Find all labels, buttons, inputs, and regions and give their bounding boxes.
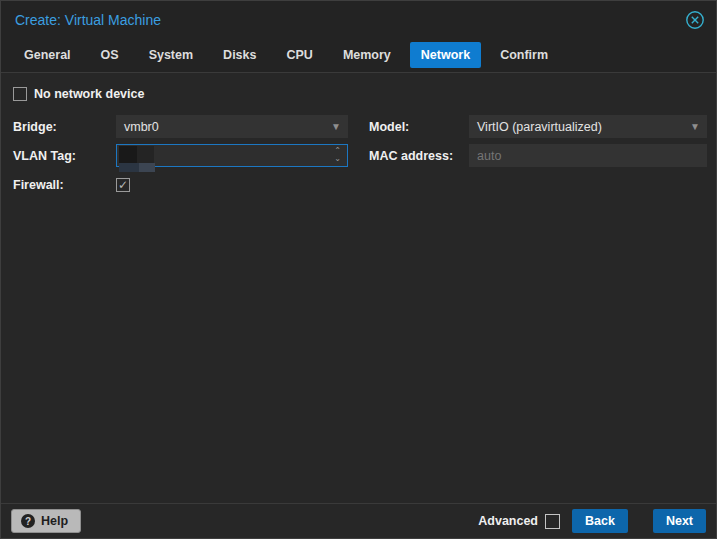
model-row: Model: VirtIO (paravirtualized) ▼ — [357, 115, 716, 138]
tab-memory[interactable]: Memory — [332, 42, 402, 68]
mac-address-input[interactable] — [477, 149, 699, 163]
bridge-row: Bridge: vmbr0 ▼ — [1, 115, 357, 138]
vlan-tag-row: VLAN Tag: ⌃ ⌄ — [1, 144, 357, 167]
model-combobox[interactable]: VirtIO (paravirtualized) ▼ — [469, 115, 707, 138]
next-button[interactable]: Next — [653, 509, 706, 533]
firewall-row: Firewall: — [1, 173, 357, 196]
no-network-device-row: No network device — [13, 85, 716, 103]
chevron-down-icon[interactable]: ▼ — [690, 122, 700, 132]
bridge-value: vmbr0 — [124, 120, 159, 134]
dialog-titlebar: Create: Virtual Machine — [1, 1, 716, 38]
footer-actions: Advanced Back Next — [478, 509, 706, 533]
spinner-arrows-icon[interactable]: ⌃ ⌄ — [334, 147, 341, 163]
model-value: VirtIO (paravirtualized) — [477, 120, 602, 134]
help-button[interactable]: ? Help — [11, 509, 81, 533]
tab-network[interactable]: Network — [410, 42, 481, 68]
tab-confirm[interactable]: Confirm — [489, 42, 559, 68]
create-vm-dialog: Create: Virtual Machine General OS Syste… — [0, 0, 717, 539]
back-button[interactable]: Back — [572, 509, 628, 533]
close-button[interactable] — [684, 9, 706, 31]
wizard-tabbar: General OS System Disks CPU Memory Netwo… — [1, 38, 716, 73]
advanced-checkbox[interactable] — [545, 514, 560, 529]
dialog-title: Create: Virtual Machine — [15, 12, 161, 28]
tab-cpu[interactable]: CPU — [275, 42, 323, 68]
form-column-right: Model: VirtIO (paravirtualized) ▼ MAC ad… — [357, 115, 716, 202]
form-column-left: Bridge: vmbr0 ▼ VLAN Tag: ⌃ ⌄ — [1, 115, 357, 202]
mac-address-label: MAC address: — [369, 149, 469, 163]
dialog-footer: ? Help Advanced Back Next — [1, 503, 716, 538]
network-form: Bridge: vmbr0 ▼ VLAN Tag: ⌃ ⌄ — [1, 115, 716, 202]
close-icon — [685, 10, 705, 30]
tab-disks[interactable]: Disks — [212, 42, 267, 68]
vlan-tag-spinner[interactable]: ⌃ ⌄ — [116, 144, 348, 167]
network-tab-panel: No network device Bridge: vmbr0 ▼ VLAN T… — [1, 73, 716, 503]
tab-os[interactable]: OS — [90, 42, 130, 68]
firewall-label: Firewall: — [13, 178, 116, 192]
redacted-value — [119, 146, 156, 172]
bridge-label: Bridge: — [13, 120, 116, 134]
tab-system[interactable]: System — [138, 42, 204, 68]
vlan-tag-label: VLAN Tag: — [13, 149, 116, 163]
advanced-label: Advanced — [478, 514, 538, 528]
bridge-combobox[interactable]: vmbr0 ▼ — [116, 115, 348, 138]
firewall-checkbox[interactable] — [116, 178, 130, 192]
help-button-label: Help — [41, 514, 68, 528]
spinner-down-icon[interactable]: ⌄ — [334, 155, 341, 163]
help-icon: ? — [21, 514, 35, 528]
tab-general[interactable]: General — [13, 42, 82, 68]
mac-address-field — [469, 144, 707, 167]
model-label: Model: — [369, 120, 469, 134]
no-network-device-checkbox[interactable] — [13, 87, 27, 101]
no-network-device-label: No network device — [34, 87, 144, 101]
chevron-down-icon[interactable]: ▼ — [331, 122, 341, 132]
mac-address-row: MAC address: — [357, 144, 716, 167]
